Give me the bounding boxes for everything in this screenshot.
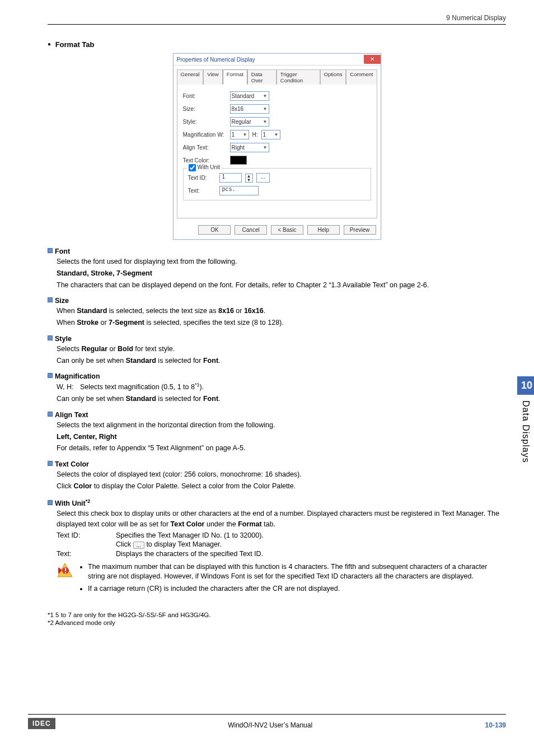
align-label: Align Text: [183, 144, 227, 151]
item-align-title: Align Text [48, 411, 506, 419]
item-color-line2: Click Color to display the Color Palette… [57, 481, 506, 492]
font-label: Font: [183, 93, 227, 99]
dialog-title: Properties of Numerical Display [177, 57, 255, 63]
chevron-down-icon: ▼ [263, 145, 268, 150]
textid-val2: Click ... to display Text Manager. [116, 540, 222, 548]
tab-view[interactable]: View [203, 69, 222, 85]
style-select[interactable]: Regular▼ [230, 117, 269, 127]
item-color-line1: Selects the color of displayed text (col… [57, 469, 506, 480]
close-icon[interactable]: ✕ [364, 55, 381, 64]
text-color-label: Text Color: [183, 157, 227, 164]
chevron-down-icon: ▼ [263, 119, 268, 124]
item-unit-title: With Unit*2 [48, 498, 506, 507]
style-label: Style: [183, 119, 227, 125]
chapter-number: 10 [517, 376, 534, 395]
ellipsis-button-icon: ... [133, 542, 144, 549]
textid-val: Specifies the Text Manager ID No. (1 to … [116, 531, 264, 539]
cancel-button[interactable]: Cancel [235, 225, 267, 235]
tab-format[interactable]: Format [223, 69, 247, 85]
with-unit-label: With Unit [198, 164, 221, 170]
help-button[interactable]: Help [307, 225, 340, 235]
text-key: Text: [57, 550, 116, 558]
item-mag-line1: W, H:Selects text magnification (0.5, 1 … [57, 381, 506, 393]
footnote-1: *1 5 to 7 are only for the HG2G-S/-5S/-5… [48, 612, 506, 618]
item-size-title: Size [48, 297, 506, 305]
item-unit-line1: Select this check box to display units o… [57, 508, 506, 530]
item-align-options: Left, Center, Right [57, 432, 506, 442]
chapter-title: Data Displays [517, 395, 534, 469]
item-font-line2: The characters that can be displayed dep… [57, 280, 506, 291]
text-readonly: pcs. [219, 186, 259, 195]
header-breadcrumb: 9 Numerical Display [48, 14, 506, 25]
text-val: Displays the characters of the specified… [116, 550, 263, 558]
textid-browse-button[interactable]: ... [256, 173, 270, 183]
ok-button[interactable]: OK [198, 225, 231, 235]
with-unit-group: With Unit Text ID: 1 ▲▼ ... Text: pcs. [183, 168, 371, 200]
mag-h-select[interactable]: 1▼ [261, 130, 280, 139]
text-label: Text: [188, 188, 216, 194]
item-align-line2: For details, refer to Appendix “5 Text A… [57, 443, 506, 454]
item-size-line1: When Standard is selected, selects the t… [57, 306, 506, 316]
chapter-side-tab: 10 Data Displays [517, 376, 534, 469]
item-align-line1: Selects the text alignment in the horizo… [57, 420, 506, 431]
item-style-line1: Selects Regular or Bold for text style. [57, 344, 506, 354]
svg-rect-4 [65, 572, 66, 573]
with-unit-checkbox[interactable] [189, 164, 196, 171]
item-font-title: Font [48, 248, 506, 255]
item-color-title: Text Color [48, 460, 506, 468]
magnification-label: Magnification W: [183, 132, 227, 138]
box-icon [48, 461, 53, 466]
chevron-down-icon: ▼ [263, 94, 268, 99]
textid-spinner[interactable]: ▲▼ [245, 174, 253, 183]
chevron-down-icon: ▼ [263, 106, 268, 111]
box-icon [48, 297, 53, 302]
text-color-swatch[interactable] [230, 156, 247, 165]
tab-comment[interactable]: Comment [346, 69, 377, 85]
mag-h-label: H: [252, 132, 258, 138]
bullet-icon: ● [48, 41, 51, 47]
tab-data-over[interactable]: Data Over [247, 69, 277, 85]
tab-options[interactable]: Options [320, 69, 346, 85]
box-icon [48, 412, 53, 417]
textid-label: Text ID: [188, 175, 216, 181]
footer-page: 10-139 [485, 721, 506, 729]
chevron-down-icon: ▼ [243, 132, 247, 137]
preview-button[interactable]: Preview [344, 225, 376, 235]
footer-center: WindO/I-NV2 User’s Manual [228, 721, 312, 729]
section-title: ● Format Tab [48, 40, 506, 49]
note-1: The maximum number that can be displayed… [88, 562, 506, 582]
size-label: Size: [183, 106, 227, 112]
svg-rect-3 [65, 568, 66, 571]
box-icon [48, 335, 53, 340]
item-font-options: Standard, Stroke, 7-Segment [57, 268, 506, 279]
box-icon [48, 373, 53, 378]
textid-key: Text ID: [57, 531, 116, 539]
box-icon [48, 248, 53, 253]
note-2: If a carriage return (CR) is included th… [88, 584, 506, 594]
chevron-down-icon: ▼ [274, 132, 279, 137]
item-mag-title: Magnification [48, 372, 506, 380]
footer-logo: IDEC [28, 718, 55, 729]
align-select[interactable]: Right▼ [230, 143, 269, 152]
tab-general[interactable]: General [177, 69, 204, 85]
font-select[interactable]: Standard▼ [230, 91, 269, 101]
item-style-title: Style [48, 335, 506, 343]
size-select[interactable]: 8x16▼ [230, 104, 269, 114]
box-icon [48, 500, 53, 505]
basic-button[interactable]: < Basic [271, 225, 303, 235]
item-style-line2: Can only be set when Standard is selecte… [57, 356, 506, 366]
item-font-line1: Selects the font used for displaying tex… [57, 256, 506, 267]
mag-w-select[interactable]: 1▼ [230, 130, 249, 139]
tab-trigger-condition[interactable]: Trigger Condition [277, 69, 320, 85]
item-size-line2: When Stroke or 7-Segment is selected, sp… [57, 318, 506, 328]
item-mag-line2: Can only be set when Standard is selecte… [57, 394, 506, 404]
caution-icon [57, 562, 73, 579]
footnote-2: *2 Advanced mode only [48, 619, 506, 626]
textid-input[interactable]: 1 [219, 173, 242, 183]
dialog-screenshot: Properties of Numerical Display ✕ Genera… [48, 53, 506, 240]
